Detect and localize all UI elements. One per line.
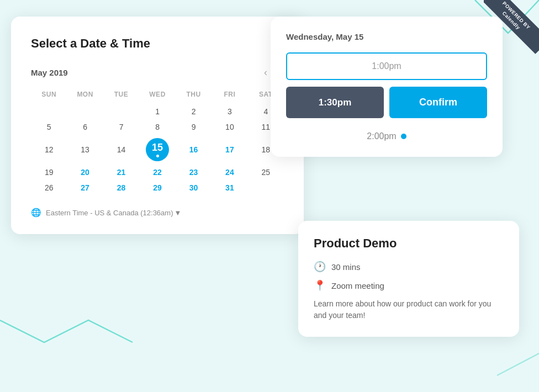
calendar-day: 25 (248, 165, 284, 180)
timezone-label: Eastern Time - US & Canada (12:36am) (46, 209, 173, 217)
calendar-day: 14 (103, 135, 139, 165)
calendar-day: 2 (176, 104, 212, 119)
product-location: Zoom meeting (331, 281, 384, 290)
calendar-day (103, 104, 139, 119)
calendar-day[interactable]: 28 (103, 180, 139, 195)
selected-day-dot (156, 155, 159, 157)
calendar-day[interactable]: 30 (176, 180, 212, 195)
globe-icon: 🌐 (31, 208, 41, 218)
calendar-day: 13 (67, 135, 103, 165)
calendar-grid: SUN MON TUE WED THU FRI SAT 123456789101… (31, 88, 284, 195)
clock-icon: 🕐 (314, 261, 326, 273)
location-icon: 📍 (314, 279, 326, 292)
calendar-day: 3 (212, 104, 247, 119)
day-header-mon: MON (67, 88, 103, 104)
selected-date-label: Wednesday, May 15 (286, 32, 487, 41)
calendar-day[interactable]: 16 (176, 135, 212, 165)
calendar-day: 26 (31, 180, 67, 195)
calendar-day: 9 (176, 119, 212, 135)
timezone-dropdown-arrow[interactable]: ▼ (175, 209, 182, 217)
day-header-tue: TUE (103, 88, 139, 104)
day-header-wed: WED (139, 88, 176, 104)
time-slot-2[interactable]: 2:00pm (286, 125, 487, 141)
calendar-day[interactable]: 29 (139, 180, 176, 195)
calendar-day (31, 104, 67, 119)
product-location-row: 📍 Zoom meeting (314, 279, 504, 292)
calendar-day (67, 104, 103, 119)
time-panel: Wednesday, May 15 1:00pm 1:30pm Confirm … (271, 17, 503, 157)
timezone-row[interactable]: 🌐 Eastern Time - US & Canada (12:36am) ▼ (31, 208, 284, 218)
calendar-header: May 2019 ‹ › (31, 66, 284, 78)
day-header-thu: THU (176, 88, 212, 104)
calendar-day[interactable]: 21 (103, 165, 139, 180)
time-confirm-row: 1:30pm Confirm (286, 87, 487, 118)
calendly-badge: POWERED BYCalendly (484, 0, 539, 55)
calendar-day[interactable]: 27 (67, 180, 103, 195)
calendar-day[interactable]: 15 (139, 135, 176, 165)
calendar-day: 1 (139, 104, 176, 119)
calendar-day: 19 (31, 165, 67, 180)
product-duration-row: 🕐 30 mins (314, 261, 504, 273)
product-duration: 30 mins (331, 262, 361, 272)
calendar-day[interactable]: 31 (212, 180, 247, 195)
calendar-day: 5 (31, 119, 67, 135)
calendar-day[interactable]: 23 (176, 165, 212, 180)
calendar-day[interactable]: 17 (212, 135, 247, 165)
time-selected-button[interactable]: 1:30pm (286, 87, 384, 118)
calendar-day[interactable]: 20 (67, 165, 103, 180)
product-description: Learn more about how our product can wor… (314, 298, 504, 321)
calendar-day[interactable]: 22 (139, 165, 176, 180)
product-card: Product Demo 🕐 30 mins 📍 Zoom meeting Le… (298, 221, 519, 337)
calendar-day[interactable]: 24 (212, 165, 247, 180)
day-header-sun: SUN (31, 88, 67, 104)
calendly-badge-text: POWERED BYCalendly (484, 0, 539, 54)
day-header-fri: FRI (212, 88, 247, 104)
time-slot-1[interactable]: 1:00pm (286, 52, 487, 80)
product-title: Product Demo (314, 236, 504, 251)
calendar-prev-button[interactable]: ‹ (260, 66, 272, 78)
calendar-month-year: May 2019 (31, 68, 260, 77)
calendar-day: 12 (31, 135, 67, 165)
calendar-card: Select a Date & Time May 2019 ‹ › SUN MO… (11, 17, 304, 234)
calendar-day: 10 (212, 119, 247, 135)
calendar-day (248, 180, 284, 195)
page-title: Select a Date & Time (31, 36, 284, 51)
calendar-day: 7 (103, 119, 139, 135)
scroll-indicator-dot (401, 134, 406, 139)
calendar-day: 8 (139, 119, 176, 135)
calendar-day: 6 (67, 119, 103, 135)
confirm-button[interactable]: Confirm (389, 87, 487, 118)
